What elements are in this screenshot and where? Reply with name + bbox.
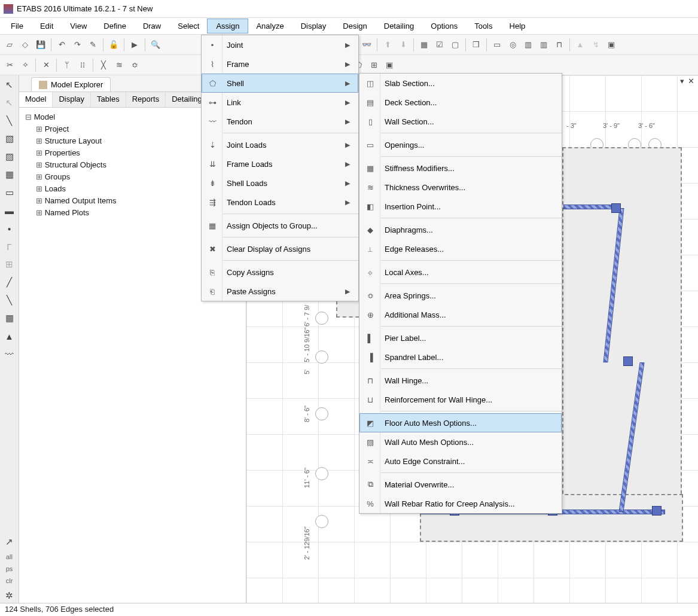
node-point[interactable] (652, 506, 662, 516)
menu-item[interactable]: ⟐Local Axes... (359, 263, 562, 282)
columns-icon[interactable]: ᛘ (60, 58, 74, 72)
menu-file[interactable]: File (2, 19, 32, 33)
menu-item[interactable]: ◩Floor Auto Mesh Options... (359, 413, 562, 432)
ps-label[interactable]: ps (4, 565, 15, 573)
menu-item[interactable]: ▦Assign Objects to Group... (202, 216, 358, 235)
target-icon[interactable]: ◎ (505, 38, 520, 52)
gear-tool-icon[interactable]: ✲ (2, 588, 17, 603)
menu-item[interactable]: ⊕Additional Mass... (359, 305, 562, 324)
save-icon[interactable]: 💾 (33, 38, 48, 52)
menu-item[interactable]: ≍Auto Edge Constraint... (359, 452, 562, 471)
all-label[interactable]: all (4, 553, 14, 561)
line-tool-icon[interactable]: ╲ (2, 114, 17, 128)
menu-item[interactable]: ⎗Paste Assigns▶ (202, 282, 358, 301)
dbl-tool-icon[interactable]: ╲ (2, 293, 17, 307)
cross-icon[interactable]: ✕ (39, 58, 53, 72)
cube-icon[interactable]: ❒ (469, 38, 483, 52)
sheet2-tool-icon[interactable]: ▬ (2, 203, 17, 218)
chart-icon[interactable]: ▥ (521, 38, 535, 52)
menu-item[interactable]: ⟂Edge Releases... (359, 239, 562, 258)
selected-shell[interactable] (562, 147, 682, 512)
points-icon[interactable]: ⁞⁞ (75, 58, 90, 72)
shell-submenu[interactable]: ◫Slab Section...▤Deck Section...▯Wall Se… (359, 73, 562, 514)
menu-item[interactable]: ⎘Copy Assigns (202, 263, 358, 282)
snap-icon[interactable]: ▦ (417, 38, 431, 52)
menu-item[interactable]: ⊶Link▶ (202, 93, 358, 112)
menu-item[interactable]: •Joint▶ (202, 35, 358, 54)
menu-draw[interactable]: Draw (135, 19, 169, 33)
menu-define[interactable]: Define (95, 19, 135, 33)
menu-item[interactable]: ≎Area Springs... (359, 286, 562, 305)
node-point[interactable] (623, 356, 633, 366)
menu-item[interactable]: ⊓Wall Hinge... (359, 371, 562, 390)
run-icon[interactable]: ▶ (127, 38, 142, 52)
menu-item[interactable]: ▐Spandrel Label... (359, 347, 562, 367)
beam-element[interactable] (563, 205, 617, 209)
menu-item[interactable]: ⇶Tendon Loads▶ (202, 193, 358, 212)
menu-item[interactable]: ▦Stiffness Modifiers... (359, 158, 562, 178)
subtab-tables[interactable]: Tables (91, 92, 126, 107)
menu-bar[interactable]: FileEditViewDefineDrawSelectAssignAnalyz… (0, 18, 698, 35)
menu-tools[interactable]: Tools (466, 19, 501, 33)
table-tool-icon[interactable]: ▦ (2, 311, 17, 325)
panel3-icon[interactable]: ⊞ (367, 58, 381, 72)
bars-icon[interactable]: ▥ (537, 38, 551, 52)
menu-item[interactable]: ▤Deck Section... (359, 93, 562, 112)
menu-item[interactable]: ⌇Frame▶ (202, 54, 358, 74)
menu-item[interactable]: ✖Clear Display of Assigns (202, 239, 358, 258)
menu-item[interactable]: ⇟Shell Loads▶ (202, 173, 358, 193)
sheet3-tool-icon[interactable]: ▪ (2, 221, 17, 236)
explorer-tab[interactable]: Model Explorer (31, 77, 111, 92)
rect-icon[interactable]: ▭ (490, 38, 504, 52)
lock-icon[interactable]: 🔓 (106, 38, 121, 52)
subtab-reports[interactable]: Reports (126, 92, 166, 107)
assign-menu[interactable]: •Joint▶⌇Frame▶⬠Shell▶⊶Link▶〰Tendon▶⇣Join… (201, 35, 359, 301)
menu-item[interactable]: ◆Diaphragms... (359, 220, 562, 239)
menu-item[interactable]: ⇊Frame Loads▶ (202, 154, 358, 173)
menu-item[interactable]: %Wall Rebar Ratio for Creep Analysis... (359, 494, 562, 513)
panel4-icon[interactable]: ▣ (382, 58, 397, 72)
open-icon[interactable]: ◇ (18, 38, 32, 52)
menu-item[interactable]: ▌Pier Label... (359, 328, 562, 347)
l-tool-icon[interactable]: Γ (2, 239, 17, 254)
sheet-tool-icon[interactable]: ▭ (2, 185, 17, 200)
undo-icon[interactable]: ↶ (54, 38, 69, 52)
menu-item[interactable]: ◫Slab Section... (359, 74, 562, 93)
misc1-icon[interactable]: ≋ (112, 58, 126, 72)
subtab-model[interactable]: Model (19, 92, 53, 107)
pencil-icon[interactable]: ✎ (86, 38, 100, 52)
menu-item[interactable]: ◧Insertion Point... (359, 197, 562, 216)
glasses-icon[interactable]: 👓 (359, 38, 374, 52)
slash-tool-icon[interactable]: ╱ (2, 275, 17, 289)
subtab-display[interactable]: Display (53, 92, 91, 107)
arrow-tool-icon[interactable]: ↗ (2, 535, 17, 549)
menu-item[interactable]: ⊔Reinforcement for Wall Hinge... (359, 390, 562, 409)
redo-icon[interactable]: ↷ (70, 38, 84, 52)
menu-detailing[interactable]: Detailing (376, 19, 423, 33)
menu-item[interactable]: ▨Wall Auto Mesh Options... (359, 432, 562, 452)
menu-analyze[interactable]: Analyze (248, 19, 292, 33)
diag-icon[interactable]: ╳ (96, 58, 111, 72)
pointer-icon[interactable]: ↖ (2, 78, 17, 92)
screen-icon[interactable]: ▣ (604, 38, 618, 52)
menu-options[interactable]: Options (422, 19, 466, 33)
tri-tool-icon[interactable]: ▲ (2, 329, 17, 343)
menu-item[interactable]: ▯Wall Section... (359, 112, 562, 131)
new-icon[interactable]: ▱ (2, 38, 17, 52)
tri-icon[interactable]: ▲ (573, 38, 587, 52)
menu-design[interactable]: Design (334, 19, 375, 33)
down-arrow-icon[interactable]: ⬇ (396, 38, 410, 52)
pointer2-icon[interactable]: ↖ (2, 96, 17, 110)
arrow3-icon[interactable]: ↯ (589, 38, 603, 52)
menu-item[interactable]: ⧉Material Overwrite... (359, 475, 562, 494)
menu-view[interactable]: View (62, 19, 95, 33)
node-point[interactable] (611, 203, 621, 213)
rect-sel3-icon[interactable]: ▦ (2, 167, 17, 182)
menu-help[interactable]: Help (501, 19, 534, 33)
sparkle-icon[interactable]: ✧ (18, 58, 32, 72)
clr-label[interactable]: clr (4, 577, 15, 585)
zoom-icon[interactable]: 🔍 (148, 38, 163, 52)
menu-item[interactable]: ▭Openings... (359, 135, 562, 154)
menu-item[interactable]: ≋Thickness Overwrites... (359, 178, 562, 197)
menu-item[interactable]: ⇣Joint Loads▶ (202, 135, 358, 154)
